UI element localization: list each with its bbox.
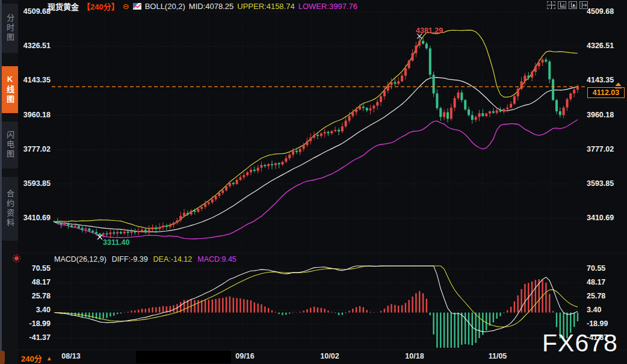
macd-axis-label: 3.40 [19,306,51,314]
chart-header: 现货黄金 【240分】 ⊖ BOLL(20,2) MID:4078.25 UPP… [48,1,357,12]
time-axis-label: 11/05 [483,352,512,360]
price-axis-label: 3777.02 [587,145,614,153]
panel-divider [18,253,627,253]
macd-axis-label: 3.40 [587,306,601,314]
macd-axis-label: 25.78 [587,292,605,300]
price-axis-label: 3410.69 [19,214,51,222]
axis-pointer-icon[interactable] [569,1,577,9]
boll-lower-value: LOWER:3997.76 [298,2,357,11]
macd-axis-label: -18.99 [587,319,608,328]
boll-mid-value: MID:4078.25 [189,2,233,11]
macd-axis-label: -18.99 [19,319,51,328]
period-label[interactable]: 【240分】 [82,1,119,12]
macd-axis-label: 70.55 [19,264,51,273]
price-axis-label: 3960.18 [19,111,51,119]
macd-dea-value: DEA:-14.12 [153,255,193,264]
boll-upper-value: UPPER:4158.74 [237,2,294,11]
toolbar [547,1,588,9]
sidebar-item-contract-info[interactable]: 合约资料 [2,177,18,241]
symbol-name: 现货黄金 [48,1,79,12]
footer-period-label: 240分 [21,353,42,364]
price-axis-label: 4143.35 [587,76,614,84]
price-axis-label: 3960.18 [587,111,614,119]
price-axis-label: 4326.51 [587,42,614,50]
trading-terminal: 分时图K线图闪电图合约资料 现货黄金 【240分】 ⊖ BOLL(20,2) M… [0,0,627,364]
time-axis-label: 08/13 [57,352,85,360]
low-price-annotation: 3311.40 [103,238,130,247]
footer-period-button[interactable]: 240分 ▲ [21,353,52,364]
macd-axis-label: 48.17 [19,278,51,286]
price-axis-label: 4326.51 [19,42,51,50]
macd-title: MACD(26,12,9) [54,255,107,264]
crosshair-icon[interactable] [547,1,555,9]
macd-header: MACD(26,12,9) DIFF:-9.39 DEA:-14.12 MACD… [54,255,236,264]
timeline-scrollbar[interactable] [136,351,231,363]
macd-axis-label: 48.17 [587,278,605,286]
price-axis-label: 4143.35 [19,76,51,84]
high-price-annotation: 4381.29 [416,26,443,35]
sidebar-item-label: K线图 [4,75,16,105]
price-alert-icon[interactable] [614,81,622,91]
price-axis-label: 4509.68 [587,7,614,16]
axis-divider [18,350,627,350]
time-axis-label: 10/18 [400,352,429,360]
price-axis-label: 3410.69 [587,214,614,222]
live-indicator-icon [14,256,19,261]
macd-diff-value: DIFF:-9.39 [112,255,148,264]
macd-axis-label: 70.55 [587,264,605,273]
boll-label: BOLL(20,2) [145,2,185,11]
sidebar-item-time-chart[interactable]: 分时图 [2,4,18,53]
macd-macd-value: MACD:9.45 [197,255,236,264]
chart-canvas[interactable] [0,0,627,364]
macd-axis-label: 25.78 [19,292,51,300]
price-axis-label: 3593.85 [19,179,51,188]
sidebar: 分时图K线图闪电图合约资料 [2,0,18,364]
price-axis-label: 4509.68 [19,7,51,16]
axis-scale-icon[interactable] [558,1,566,9]
sidebar-item-label: 合约资料 [4,190,16,228]
watermark: FX678 [542,329,618,357]
sidebar-item-flash-chart[interactable]: 闪电图 [2,122,18,168]
time-axis-label: 09/16 [230,352,259,360]
sidebar-item-label: 闪电图 [4,131,16,159]
time-axis-label: 10/02 [315,352,344,360]
app-logo-partial [0,351,5,364]
macd-axis-label: -41.37 [19,333,51,342]
price-axis-label: 3593.85 [587,179,614,188]
dropdown-arrow-icon: ▲ [46,355,52,362]
price-axis-label: 3777.02 [19,145,51,153]
sidebar-item-kline-chart[interactable]: K线图 [2,66,18,113]
chart-thumbnail-icon[interactable] [133,3,141,10]
sidebar-item-label: 分时图 [4,14,16,43]
collapse-icon[interactable]: ⊖ [123,2,129,10]
